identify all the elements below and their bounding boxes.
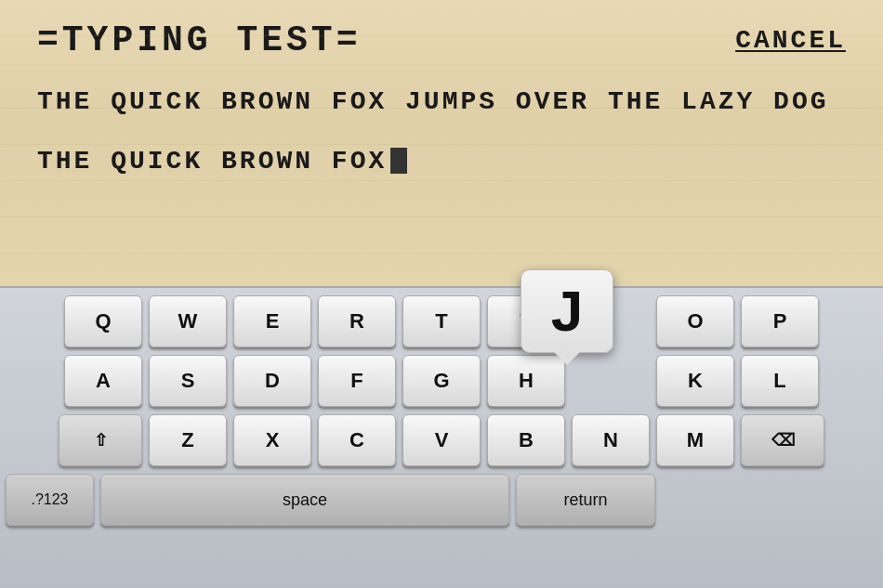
key-x[interactable]: X <box>233 414 311 466</box>
keyboard-rows: Q W E R T Y O P A S D F G H K L ⇧ Z <box>0 288 883 466</box>
key-p[interactable]: P <box>741 295 819 347</box>
key-n[interactable]: N <box>572 414 650 466</box>
app-title: =TYPING TEST= <box>37 20 361 60</box>
key-d[interactable]: D <box>233 355 311 407</box>
key-a[interactable]: A <box>64 355 142 407</box>
text-line-1: THE QUICK BROWN FOX JUMPS OVER THE LAZY … <box>37 86 846 118</box>
text-cursor <box>390 148 407 174</box>
key-s[interactable]: S <box>149 355 227 407</box>
keyboard-area: J Q W E R T Y O P A S D F G H K L <box>0 288 883 588</box>
key-v[interactable]: V <box>402 414 481 466</box>
key-f[interactable]: F <box>318 355 396 407</box>
text-content: THE QUICK BROWN FOX JUMPS OVER THE LAZY … <box>0 70 883 176</box>
delete-icon: ⌫ <box>771 430 795 451</box>
key-c[interactable]: C <box>318 414 396 466</box>
key-b[interactable]: B <box>487 414 565 466</box>
key-return[interactable]: return <box>516 474 655 526</box>
key-k[interactable]: K <box>656 355 734 407</box>
key-t[interactable]: T <box>402 295 481 347</box>
key-shift[interactable]: ⇧ <box>59 414 142 466</box>
key-g[interactable]: G <box>402 355 481 407</box>
key-o[interactable]: O <box>656 295 734 347</box>
key-r[interactable]: R <box>318 295 396 347</box>
key-l[interactable]: L <box>741 355 819 407</box>
key-row-2: A S D F G H K L <box>6 355 877 407</box>
key-row-1: Q W E R T Y O P <box>6 295 877 347</box>
key-row-3: ⇧ Z X C V B N M ⌫ <box>6 414 877 466</box>
j-key-popup: J <box>521 269 613 372</box>
paper-area: =TYPING TEST= CANCEL THE QUICK BROWN FOX… <box>0 0 883 288</box>
key-m[interactable]: M <box>656 414 734 466</box>
key-z[interactable]: Z <box>149 414 227 466</box>
title-row: =TYPING TEST= CANCEL <box>0 0 883 70</box>
j-popup-inner: J <box>521 269 613 353</box>
shift-icon: ⇧ <box>94 430 108 451</box>
key-e[interactable]: E <box>233 295 311 347</box>
text-line-2: THE QUICK BROWN FOX <box>37 146 846 177</box>
cancel-button[interactable]: CANCEL <box>735 26 846 55</box>
key-q[interactable]: Q <box>64 295 142 347</box>
key-num[interactable]: .?123 <box>6 474 94 526</box>
bottom-row: .?123 space return <box>0 474 883 526</box>
key-delete[interactable]: ⌫ <box>741 414 824 466</box>
key-space[interactable]: space <box>100 474 509 526</box>
key-w[interactable]: W <box>149 295 227 347</box>
j-popup-letter: J <box>551 282 583 340</box>
